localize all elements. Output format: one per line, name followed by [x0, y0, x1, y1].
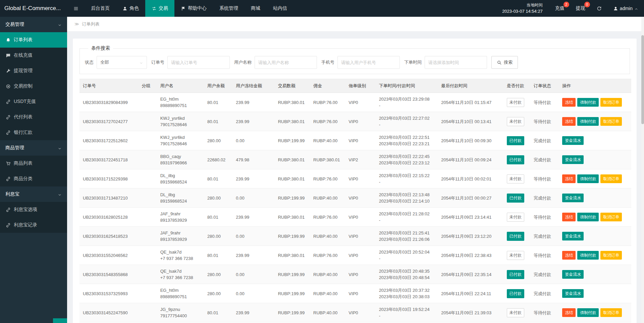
- exchange-icon: [152, 6, 157, 11]
- refresh-button[interactable]: [591, 0, 607, 17]
- freeze-button[interactable]: 冻结: [562, 213, 576, 221]
- freeze-button[interactable]: 冻结: [562, 98, 576, 107]
- flow-button[interactable]: 资金流水: [562, 155, 584, 164]
- cancel-button[interactable]: 取消订单: [600, 213, 622, 221]
- sidebar-group-1-header[interactable]: 商品管理: [0, 140, 67, 156]
- sidebar-item-0-5[interactable]: 代付列表: [0, 109, 67, 125]
- level-cell: VIP0: [345, 265, 375, 284]
- column-header: 用户余额: [204, 79, 232, 93]
- balance-cell: 280.00: [204, 284, 232, 303]
- topnav-item-0[interactable]: 后台首页: [85, 0, 116, 17]
- order-table: 订单号分组用户名用户余额用户冻结金额交易数额佣金做单级别下单时间/付款时间最后付…: [79, 79, 631, 322]
- cancel-button[interactable]: 取消订单: [600, 251, 622, 260]
- commission-cell: RUBP:40.00: [310, 227, 345, 246]
- table-row: UB2303031727024277KWJ_ysr6kd790175286468…: [79, 112, 631, 131]
- freeze-button[interactable]: 冻结: [562, 174, 576, 183]
- sidebar-item-label: USDT充值: [14, 99, 36, 105]
- cancel-button[interactable]: 取消订单: [600, 98, 622, 107]
- order-no-cell: UB2303031715229398: [79, 169, 139, 189]
- order-pay-time-cell: 2023年03月03日 23:29:08-: [376, 93, 438, 112]
- sidebar-item-2-1[interactable]: 利息宝记录: [0, 217, 67, 233]
- local-time-label: 当地时间: [502, 2, 543, 8]
- sidebar-item-0-2[interactable]: 提现管理: [0, 63, 67, 78]
- force-pay-button[interactable]: 强制付款: [577, 174, 599, 183]
- frozen-amount-cell: 0.00: [232, 265, 274, 284]
- actions-cell: 资金流水: [559, 150, 631, 169]
- sidebar-item-1-1[interactable]: 商品分类: [0, 171, 67, 186]
- cancel-button[interactable]: 取消订单: [600, 308, 622, 317]
- cancel-button[interactable]: 取消订单: [600, 174, 622, 183]
- order-pay-time-cell: 2023年03月03日 20:52:04-: [376, 246, 438, 265]
- commission-cell: RUBP:40.00: [310, 303, 345, 322]
- flow-button[interactable]: 资金流水: [562, 270, 584, 279]
- sidebar-group-2-header[interactable]: 利息宝: [0, 186, 67, 202]
- sidebar-item-0-3[interactable]: 交易控制: [0, 78, 67, 94]
- sidebar-item-1-0[interactable]: 商品列表: [0, 156, 67, 171]
- order-time-input[interactable]: [425, 56, 487, 69]
- force-pay-button[interactable]: 强制付款: [577, 251, 599, 260]
- force-pay-button[interactable]: 强制付款: [577, 213, 599, 221]
- topnav-item-4[interactable]: 系统管理: [213, 0, 245, 17]
- commission-cell: RUBP:40.00: [310, 189, 345, 208]
- recharge-button[interactable]: 充值 2: [549, 0, 570, 17]
- order-status-cell: 完成付款: [530, 227, 559, 246]
- sidebar-group-0-children: 订单列表在线充值提现管理交易控制USDT充值代付列表银行汇款: [0, 32, 67, 140]
- scrollbar-thumb[interactable]: [641, 35, 644, 124]
- user-cell: KWJ_ysr6kd79017528646: [157, 131, 204, 150]
- paid-status-badge: 未付款: [507, 251, 524, 260]
- force-pay-button[interactable]: 强制付款: [577, 308, 599, 317]
- sidebar-item-2-0[interactable]: 利息宝选项: [0, 202, 67, 217]
- paid-cell: 已付款: [503, 131, 530, 150]
- flow-button[interactable]: 资金流水: [562, 136, 584, 145]
- sidebar-item-0-4[interactable]: USDT充值: [0, 94, 67, 109]
- column-header: 佣金: [310, 79, 345, 93]
- chevron-down-icon: [58, 145, 62, 151]
- force-pay-button[interactable]: 强制付款: [577, 98, 599, 107]
- force-pay-button[interactable]: 强制付款: [577, 117, 599, 126]
- frozen-amount-cell: 0.00: [232, 131, 274, 150]
- paid-cell: 已付款: [503, 189, 530, 208]
- order-no-input[interactable]: [167, 56, 230, 69]
- order-no-cell: UB2303031727024277: [79, 112, 139, 131]
- sidebar-group-0-header[interactable]: 交易管理: [0, 17, 67, 32]
- cancel-button[interactable]: 取消订单: [600, 117, 622, 126]
- phone-input[interactable]: [337, 56, 400, 69]
- search-button[interactable]: 搜索: [491, 56, 518, 69]
- sidebar-item-0-6[interactable]: 银行汇款: [0, 125, 67, 140]
- table-row: UB2303031548355868QE_lsak7d+7 937 366 72…: [79, 265, 631, 284]
- freeze-button[interactable]: 冻结: [562, 251, 576, 260]
- group-cell: [139, 131, 157, 150]
- sidebar-item-label: 利息宝选项: [14, 207, 37, 213]
- user-cell: QE_lsak7d+7 937 366 7238: [157, 265, 204, 284]
- withdraw-button[interactable]: 提现 0: [570, 0, 591, 17]
- sidebar-item-0-0[interactable]: 订单列表: [0, 32, 67, 48]
- frozen-amount-cell: 239.99: [232, 112, 274, 131]
- topbar-right: 当地时间 2023-03-07 14:54:27 充值 2 提现 0 admin: [495, 0, 644, 17]
- flow-button[interactable]: 资金流水: [562, 232, 584, 240]
- content: 条件搜索 状态 全部 订单号 用户名称: [67, 32, 644, 323]
- topnav-item-label: 交易: [159, 5, 168, 11]
- sidebar-item-0-1[interactable]: 在线充值: [0, 48, 67, 63]
- order-no-cell: UB2303031628025128: [79, 208, 139, 227]
- topnav-item-5[interactable]: 商城: [245, 0, 267, 17]
- level-cell: VIP0: [345, 284, 375, 303]
- topnav-item-3[interactable]: 帮助中心: [174, 0, 213, 17]
- topnav-item-2[interactable]: 交易: [145, 0, 174, 17]
- status-select[interactable]: 全部: [97, 56, 147, 69]
- frozen-amount-cell: 239.99: [232, 246, 274, 265]
- username-input[interactable]: [255, 56, 317, 69]
- trade-amount-cell: RUBP:199.99: [275, 303, 310, 322]
- hamburger-button[interactable]: [67, 0, 85, 17]
- balance-cell: 280.00: [204, 131, 232, 150]
- freeze-button[interactable]: 冻结: [562, 117, 576, 126]
- flow-button[interactable]: 资金流水: [562, 289, 584, 298]
- topnav-item-6[interactable]: 站内信: [267, 0, 293, 17]
- paid-cell: 未付款: [503, 93, 530, 112]
- topnav-item-1[interactable]: 角色: [116, 0, 145, 17]
- flow-button[interactable]: 资金流水: [562, 194, 584, 202]
- order-table-body: UB2303031829084399EG_ht0m8988989075180.0…: [79, 93, 631, 322]
- admin-menu[interactable]: admin: [607, 0, 644, 17]
- freeze-button[interactable]: 冻结: [562, 308, 576, 317]
- scrollbar-track[interactable]: [641, 17, 644, 323]
- commission-cell: RUBP:76.00: [310, 169, 345, 189]
